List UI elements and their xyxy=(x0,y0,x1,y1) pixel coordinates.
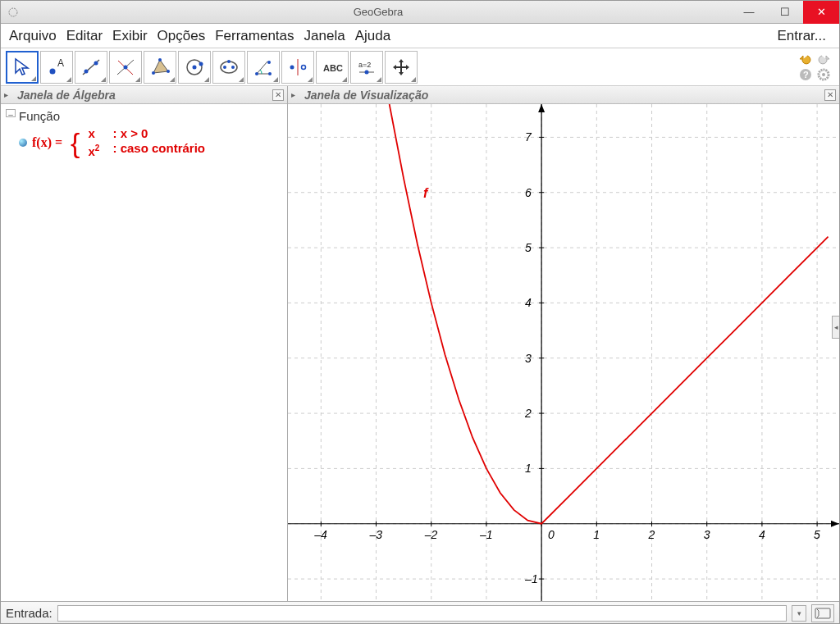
menu-janela[interactable]: Janela xyxy=(299,28,350,44)
menubar: Arquivo Editar Exibir Opções Ferramentas… xyxy=(1,24,839,48)
brace-icon: { xyxy=(67,130,83,155)
graph-panel-title: Janela de Visualização xyxy=(301,89,428,102)
command-input[interactable] xyxy=(57,605,787,622)
svg-point-17 xyxy=(223,66,226,69)
svg-point-21 xyxy=(267,61,271,64)
tool-circle[interactable] xyxy=(178,51,211,84)
function-item[interactable]: f(x) = { x : x > 0 x2 : caso contrário xyxy=(6,123,282,159)
graph-canvas[interactable]: –4–3–2–1012345–11234567f xyxy=(288,104,839,601)
tool-point[interactable]: A xyxy=(40,51,73,84)
toolbar: A ABC a=2 xyxy=(1,48,839,86)
svg-point-24 xyxy=(290,65,294,69)
svg-text:–1: –1 xyxy=(524,572,538,585)
tool-move[interactable] xyxy=(6,51,39,84)
minimize-button[interactable]: — xyxy=(731,1,767,24)
graph-panel: ▸ Janela de Visualização ✕ –4–3–2–101234… xyxy=(288,86,839,601)
svg-text:A: A xyxy=(57,57,64,69)
menu-arquivo[interactable]: Arquivo xyxy=(4,28,62,44)
svg-point-4 xyxy=(84,69,89,73)
svg-text:–1: –1 xyxy=(479,528,493,541)
settings-icon[interactable] xyxy=(816,67,831,82)
titlebar: GeoGebra — ☐ ✕ xyxy=(1,1,839,24)
input-bar: Entrada: ▾ xyxy=(1,601,839,624)
panel-collapse-icon[interactable]: ▸ xyxy=(291,90,301,99)
svg-text:5: 5 xyxy=(814,528,820,541)
piecewise-definition: x : x > 0 x2 : caso contrário xyxy=(88,126,205,159)
algebra-panel-header: ▸ Janela de Álgebra ✕ xyxy=(1,86,287,104)
svg-text:4: 4 xyxy=(759,528,765,541)
function-name: f(x) = xyxy=(32,135,62,150)
svg-text:5: 5 xyxy=(525,241,532,254)
svg-point-25 xyxy=(302,65,306,69)
main-area: ▸ Janela de Álgebra ✕ – Função f(x) = { … xyxy=(1,86,839,601)
tool-text[interactable]: ABC xyxy=(316,51,349,84)
menu-ajuda[interactable]: Ajuda xyxy=(350,28,395,44)
svg-text:3: 3 xyxy=(704,528,710,541)
menu-editar[interactable]: Editar xyxy=(62,28,107,44)
tool-slider[interactable]: a=2 xyxy=(350,51,383,84)
svg-point-12 xyxy=(152,71,155,75)
svg-point-19 xyxy=(227,60,231,63)
svg-point-8 xyxy=(124,65,128,69)
algebra-close-button[interactable]: ✕ xyxy=(272,89,284,101)
svg-text:2: 2 xyxy=(648,528,655,541)
maximize-button[interactable]: ☐ xyxy=(767,1,803,24)
svg-text:–3: –3 xyxy=(369,528,383,541)
help-icon[interactable]: ? xyxy=(798,67,813,82)
undo-icon[interactable] xyxy=(798,52,813,66)
app-icon xyxy=(6,5,21,20)
svg-point-10 xyxy=(158,58,162,61)
menu-exibir[interactable]: Exibir xyxy=(107,28,153,44)
side-expand-tab[interactable]: ◂ xyxy=(832,316,840,339)
tool-ellipse[interactable] xyxy=(212,51,245,84)
svg-marker-9 xyxy=(153,60,168,73)
svg-text:a=2: a=2 xyxy=(358,61,371,69)
menu-opcoes[interactable]: Opções xyxy=(153,28,211,44)
tool-polygon[interactable] xyxy=(144,51,176,84)
tool-move-view[interactable] xyxy=(385,51,418,84)
graph-close-button[interactable]: ✕ xyxy=(824,89,836,101)
svg-point-11 xyxy=(167,70,170,73)
svg-text:f: f xyxy=(423,186,429,200)
svg-text:ABC: ABC xyxy=(323,63,343,73)
svg-marker-55 xyxy=(831,521,839,527)
svg-point-5 xyxy=(94,61,98,65)
input-label: Entrada: xyxy=(6,606,52,620)
visibility-bullet-icon[interactable] xyxy=(19,139,27,147)
piece1-expr: x xyxy=(88,126,104,141)
svg-text:–4: –4 xyxy=(313,528,327,541)
graphics-view[interactable]: –4–3–2–1012345–11234567f xyxy=(288,104,839,601)
redo-icon[interactable] xyxy=(816,52,831,66)
window-title: GeoGebra xyxy=(25,6,731,18)
panel-collapse-icon[interactable]: ▸ xyxy=(4,90,14,99)
svg-point-15 xyxy=(199,61,203,66)
menu-ferramentas[interactable]: Ferramentas xyxy=(210,28,299,44)
tool-perpendicular[interactable] xyxy=(109,51,142,84)
keyboard-button[interactable] xyxy=(811,604,834,622)
svg-point-14 xyxy=(193,65,197,69)
svg-point-20 xyxy=(255,72,258,75)
svg-text:6: 6 xyxy=(525,186,532,199)
svg-point-0 xyxy=(9,8,17,16)
algebra-panel: ▸ Janela de Álgebra ✕ – Função f(x) = { … xyxy=(1,86,288,601)
tool-line[interactable] xyxy=(75,51,107,84)
svg-text:3: 3 xyxy=(525,352,532,365)
tool-angle[interactable] xyxy=(247,51,280,84)
svg-text:?: ? xyxy=(803,70,809,80)
close-button[interactable]: ✕ xyxy=(803,1,839,24)
algebra-tree: – Função f(x) = { x : x > 0 x2 : caso co… xyxy=(1,104,287,164)
svg-text:0: 0 xyxy=(548,528,555,541)
svg-point-29 xyxy=(365,70,369,74)
input-dropdown-button[interactable]: ▾ xyxy=(792,605,806,622)
graph-panel-header: ▸ Janela de Visualização ✕ xyxy=(288,86,839,104)
svg-point-1 xyxy=(50,68,56,74)
tool-reflect[interactable] xyxy=(281,51,314,84)
svg-text:1: 1 xyxy=(593,528,600,541)
svg-point-18 xyxy=(231,66,235,69)
svg-text:–2: –2 xyxy=(424,528,438,541)
svg-text:2: 2 xyxy=(524,407,532,420)
tree-toggle-icon[interactable]: – xyxy=(6,109,16,117)
tree-category-label: Função xyxy=(19,109,60,123)
sign-in-link[interactable]: Entrar... xyxy=(777,28,836,44)
svg-point-33 xyxy=(822,73,825,76)
